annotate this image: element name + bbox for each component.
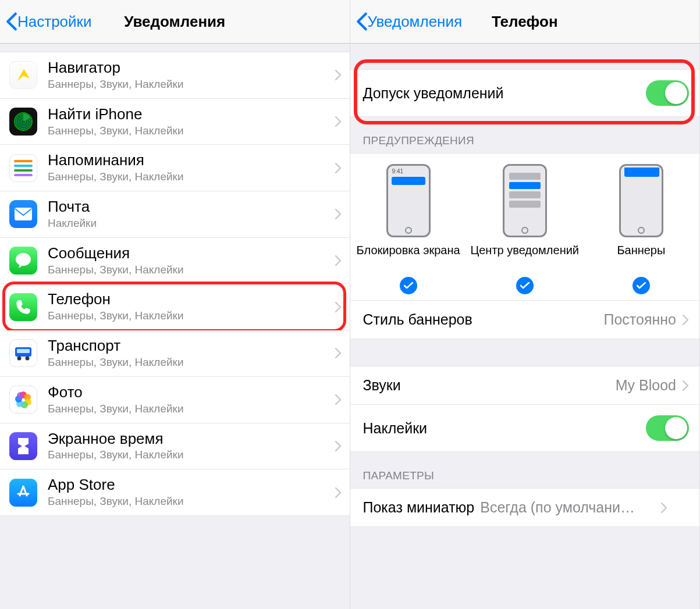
app-title: Фото <box>48 384 335 401</box>
stickers-toggle[interactable] <box>646 415 689 441</box>
app-row-messages[interactable]: Сообщения Баннеры, Звуки, Наклейки <box>0 238 350 284</box>
app-title: Телефон <box>48 291 335 308</box>
app-subtitle: Баннеры, Звуки, Наклейки <box>48 309 335 323</box>
back-to-notifications-button[interactable]: Уведомления <box>356 12 463 31</box>
page-title: Уведомления <box>124 13 225 31</box>
chevron-left-icon <box>6 12 17 31</box>
page-title: Телефон <box>492 13 558 31</box>
alert-lock-check[interactable] <box>400 277 417 294</box>
sounds-value: My Blood <box>616 377 676 394</box>
messages-icon <box>9 247 37 275</box>
chevron-right-icon <box>335 394 342 405</box>
notifications-pane: Настройки Уведомления Навигатор Баннеры,… <box>0 0 350 609</box>
banners-diagram <box>619 164 663 237</box>
chevron-right-icon <box>335 208 342 220</box>
chevron-right-icon <box>335 255 342 266</box>
reminders-icon <box>9 154 37 182</box>
sounds-label: Звуки <box>363 377 616 394</box>
banner-style-label: Стиль баннеров <box>363 311 604 328</box>
transport-icon <box>9 339 37 367</box>
svg-point-9 <box>17 357 22 361</box>
app-row-navigator[interactable]: Навигатор Баннеры, Звуки, Наклейки <box>0 52 350 99</box>
app-subtitle: Баннеры, Звуки, Наклейки <box>48 356 335 369</box>
chevron-right-icon <box>335 440 342 452</box>
app-row-reminders[interactable]: Напоминания Баннеры, Звуки, Наклейки <box>0 145 350 191</box>
app-title: App Store <box>48 476 335 494</box>
back-label: Уведомления <box>368 13 463 31</box>
app-title: Навигатор <box>48 59 335 77</box>
alert-style-notification-center[interactable]: Центр уведомлений <box>467 164 582 294</box>
right-content: Допуск уведомлений ПРЕДУПРЕЖДЕНИЯ 9:41 Б… <box>350 44 700 527</box>
banner-style-row[interactable]: Стиль баннеров Постоянно <box>350 301 700 339</box>
app-title: Сообщения <box>48 245 335 262</box>
app-subtitle: Баннеры, Звуки, Наклейки <box>48 495 335 508</box>
app-store-icon <box>9 479 37 507</box>
alert-lock-label: Блокировка экрана <box>357 243 460 273</box>
app-subtitle: Баннеры, Звуки, Наклейки <box>48 263 335 277</box>
chevron-right-icon <box>660 502 667 514</box>
alert-center-check[interactable] <box>516 277 534 294</box>
mail-icon <box>9 200 37 228</box>
alert-style-lock-screen[interactable]: 9:41 Блокировка экрана <box>351 164 466 294</box>
allow-notifications-row: Допуск уведомлений <box>350 69 700 117</box>
app-row-find-iphone[interactable]: Найти iPhone Баннеры, Звуки, Наклейки <box>0 99 350 145</box>
svg-point-17 <box>17 392 24 399</box>
back-label: Настройки <box>17 13 92 31</box>
back-to-settings-button[interactable]: Настройки <box>6 12 92 31</box>
app-row-photos[interactable]: Фото Баннеры, Звуки, Наклейки <box>0 377 350 423</box>
lock-screen-diagram: 9:41 <box>386 164 431 237</box>
phone-settings-pane: Уведомления Телефон Допуск уведомлений П… <box>350 0 701 609</box>
svg-point-6 <box>16 253 31 266</box>
section-params-header: ПАРАМЕТРЫ <box>350 452 700 488</box>
alert-style-banners[interactable]: Баннеры <box>584 164 699 294</box>
app-subtitle: Баннеры, Звуки, Наклейки <box>48 78 335 91</box>
alert-banners-label: Баннеры <box>617 243 665 273</box>
app-title: Почта <box>48 198 335 216</box>
navbar-right: Уведомления Телефон <box>350 0 700 44</box>
screen-time-icon <box>9 432 37 460</box>
allow-notifications-label: Допуск уведомлений <box>363 85 646 102</box>
sounds-row[interactable]: Звуки My Blood <box>350 366 700 405</box>
alerts-block: 9:41 Блокировка экрана Цен <box>350 153 700 301</box>
banner-style-value: Постоянно <box>604 311 677 328</box>
app-row-phone[interactable]: Телефон Баннеры, Звуки, Наклейки <box>0 284 350 330</box>
app-subtitle: Баннеры, Звуки, Наклейки <box>48 170 335 184</box>
app-subtitle: Наклейки <box>48 217 335 230</box>
notification-center-diagram <box>503 164 547 237</box>
navbar-left: Настройки Уведомления <box>0 0 350 44</box>
svg-rect-8 <box>17 349 30 353</box>
navigator-icon <box>9 61 37 89</box>
chevron-right-icon <box>682 314 689 326</box>
allow-notifications-toggle[interactable] <box>646 80 689 106</box>
chevron-right-icon <box>335 69 342 81</box>
stickers-row: Наклейки <box>350 405 700 452</box>
app-title: Экранное время <box>48 430 335 448</box>
alert-banners-check[interactable] <box>633 277 650 294</box>
app-row-screen-time[interactable]: Экранное время Баннеры, Звуки, Наклейки <box>0 423 350 470</box>
app-row-mail[interactable]: Почта Наклейки <box>0 191 350 238</box>
photos-icon <box>9 386 37 414</box>
chevron-right-icon <box>335 347 342 359</box>
previews-row[interactable]: Показ миниатюр Всегда (по умолчани… <box>350 488 700 527</box>
alert-center-label: Центр уведомлений <box>470 243 579 273</box>
section-alerts-header: ПРЕДУПРЕЖДЕНИЯ <box>350 117 700 153</box>
app-title: Транспорт <box>48 337 335 355</box>
app-subtitle: Баннеры, Звуки, Наклейки <box>48 448 335 462</box>
svg-rect-5 <box>15 208 32 220</box>
stickers-label: Наклейки <box>363 420 646 437</box>
app-row-app-store[interactable]: App Store Баннеры, Звуки, Наклейки <box>0 469 350 516</box>
app-subtitle: Баннеры, Звуки, Наклейки <box>48 403 335 416</box>
svg-point-10 <box>26 357 30 361</box>
chevron-right-icon <box>335 162 342 174</box>
find-iphone-icon <box>9 108 37 136</box>
app-subtitle: Баннеры, Звуки, Наклейки <box>48 124 335 138</box>
previews-value: Всегда (по умолчани… <box>480 499 655 516</box>
app-title: Напоминания <box>48 152 335 169</box>
app-list: Навигатор Баннеры, Звуки, Наклейки Найти… <box>0 44 350 516</box>
phone-icon <box>9 293 37 321</box>
chevron-right-icon <box>335 487 342 498</box>
app-row-transport[interactable]: Транспорт Баннеры, Звуки, Наклейки <box>0 330 350 377</box>
chevron-right-icon <box>335 301 342 313</box>
app-title: Найти iPhone <box>48 106 335 123</box>
chevron-right-icon <box>682 380 689 391</box>
